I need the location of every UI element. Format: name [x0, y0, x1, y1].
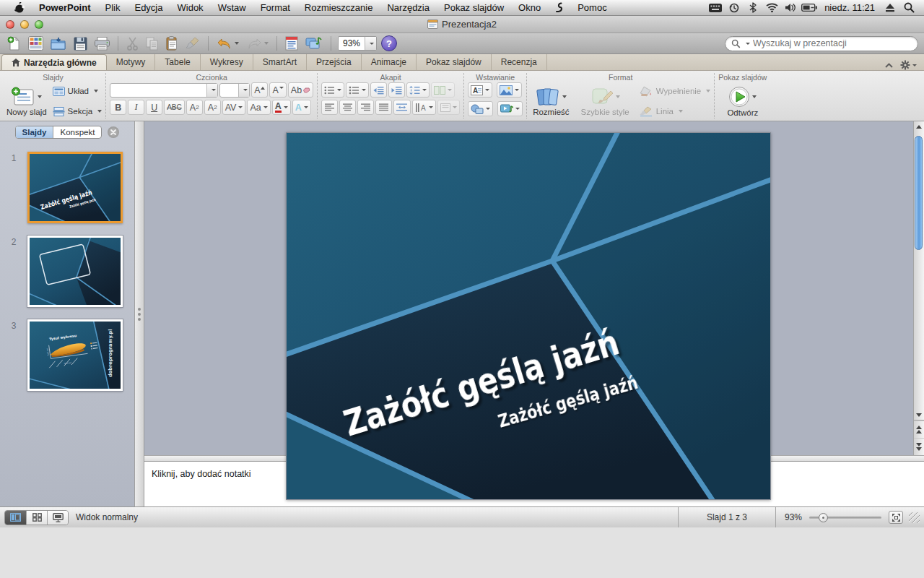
wifi-menu[interactable]: [764, 0, 780, 16]
align-center-button[interactable]: [339, 100, 356, 115]
tab-recenzja[interactable]: Recenzja: [492, 54, 547, 70]
align-text-button[interactable]: [437, 100, 460, 115]
open-button[interactable]: [49, 35, 68, 52]
search-scope-caret[interactable]: [746, 43, 750, 45]
subscript-button[interactable]: A2: [204, 100, 221, 115]
eject-menu[interactable]: [882, 0, 898, 16]
insert-media-button[interactable]: [497, 101, 523, 116]
previous-slide-button[interactable]: [914, 420, 924, 438]
battery-menu[interactable]: [801, 0, 817, 16]
search-input[interactable]: [753, 38, 912, 48]
slide-3-thumbnail[interactable]: Tytuł wykresu Tytuł osi Tytuł osi: [27, 319, 123, 391]
normal-view-button[interactable]: [5, 511, 26, 525]
strikethrough-button[interactable]: ABC: [164, 100, 185, 115]
text-direction-button[interactable]: A: [412, 100, 436, 115]
font-name-combobox[interactable]: [110, 83, 218, 98]
numbering-button[interactable]: [346, 82, 369, 98]
fill-button[interactable]: Wypełnienie: [639, 83, 711, 99]
paste-button[interactable]: [165, 35, 180, 52]
tab-slajdy[interactable]: Slajdy: [16, 126, 53, 138]
ribbon-settings-button[interactable]: [900, 60, 917, 70]
slide-canvas[interactable]: Zażółć gęślą jaźń Zażółć gęślą jaźń: [286, 132, 771, 500]
slide-2-thumbnail[interactable]: [27, 236, 123, 307]
tab-przejscia[interactable]: Przejścia: [307, 54, 362, 70]
change-case-button[interactable]: Aa: [247, 100, 270, 115]
help-button[interactable]: ?: [381, 35, 397, 51]
zoom-slider[interactable]: [809, 517, 881, 519]
character-spacing-button[interactable]: AV: [222, 100, 246, 115]
minimize-window-button[interactable]: [20, 20, 29, 29]
new-from-template-button[interactable]: [27, 35, 45, 52]
tab-narzedzia-glowne[interactable]: Narzędzia główne: [1, 54, 107, 70]
slide-1-thumbnail[interactable]: Zażółć gęślą jaźń Zażółć gęślą jaźń: [27, 152, 123, 223]
menu-pokaz-slajdow[interactable]: Pokaz slajdów: [437, 0, 511, 16]
tab-motywy[interactable]: Motywy: [107, 54, 156, 70]
apple-menu[interactable]: [7, 0, 32, 16]
layout-button[interactable]: Układ: [53, 83, 103, 99]
scroll-down-button[interactable]: [914, 410, 924, 420]
font-size-combobox[interactable]: [219, 83, 250, 98]
line-spacing-button[interactable]: [406, 82, 430, 98]
tab-pokaz-slajdow[interactable]: Pokaz slajdów: [417, 54, 492, 70]
section-button[interactable]: Sekcja: [53, 103, 103, 119]
menu-rozmieszczanie[interactable]: Rozmieszczanie: [297, 0, 380, 16]
spotlight-menu[interactable]: [901, 0, 917, 16]
menu-edycja[interactable]: Edycja: [127, 0, 170, 16]
script-menu[interactable]: [548, 0, 570, 16]
format-painter-button[interactable]: [184, 35, 201, 52]
zoom-slider-knob[interactable]: [819, 513, 828, 522]
redo-button[interactable]: [245, 35, 270, 52]
align-left-button[interactable]: [321, 100, 338, 115]
keyboard-input-menu[interactable]: [707, 0, 723, 16]
menu-narzedzia[interactable]: Narzędzia: [380, 0, 437, 16]
increase-indent-button[interactable]: [388, 82, 405, 98]
insert-shape-button[interactable]: [468, 101, 493, 116]
search-field[interactable]: [725, 36, 918, 51]
show-formatting-button[interactable]: [284, 35, 300, 52]
menu-pomoc[interactable]: Pomoc: [570, 0, 614, 16]
clear-formatting-button[interactable]: Ab: [288, 82, 313, 98]
media-browser-button[interactable]: [304, 35, 324, 52]
new-slide-button[interactable]: Nowy slajd: [4, 86, 49, 117]
shrink-font-button[interactable]: A: [269, 82, 286, 98]
tab-animacje[interactable]: Animacje: [362, 54, 417, 70]
scrollbar-thumb[interactable]: [915, 136, 923, 250]
title-bar[interactable]: Prezentacja2: [0, 16, 924, 33]
zoom-dropdown-button[interactable]: [365, 37, 376, 50]
decrease-indent-button[interactable]: [370, 82, 387, 98]
vertical-scrollbar[interactable]: [913, 121, 924, 455]
menu-powerpoint[interactable]: PowerPoint: [32, 0, 98, 16]
bold-button[interactable]: B: [110, 100, 126, 115]
menu-plik[interactable]: Plik: [98, 0, 128, 16]
play-slideshow-button[interactable]: Odtwórz: [725, 85, 760, 118]
font-color-button[interactable]: A: [272, 100, 291, 115]
menu-clock[interactable]: niedz. 11:21: [820, 2, 879, 13]
text-effects-button[interactable]: A: [292, 100, 311, 115]
italic-button[interactable]: I: [128, 100, 144, 115]
scroll-up-button[interactable]: [914, 121, 924, 131]
print-button[interactable]: [93, 35, 111, 52]
bluetooth-menu[interactable]: [745, 0, 761, 16]
new-presentation-button[interactable]: [6, 35, 22, 52]
copy-button[interactable]: [144, 35, 160, 52]
tab-smartart[interactable]: SmartArt: [253, 54, 307, 70]
grow-font-button[interactable]: A: [251, 82, 268, 98]
sidebar-splitter[interactable]: [134, 121, 144, 506]
collapse-ribbon-chevron-icon[interactable]: [885, 63, 893, 68]
close-panel-button[interactable]: [108, 126, 119, 138]
insert-textbox-button[interactable]: A: [468, 82, 492, 98]
zoom-combobox[interactable]: 93%: [338, 36, 377, 51]
superscript-button[interactable]: A2: [186, 100, 203, 115]
menu-wstaw[interactable]: Wstaw: [211, 0, 253, 16]
menu-okno[interactable]: Okno: [511, 0, 548, 16]
menu-format[interactable]: Format: [253, 0, 297, 16]
arrange-button[interactable]: Rozmieść: [531, 86, 571, 117]
slide-sorter-view-button[interactable]: [26, 511, 47, 525]
tab-konspekt[interactable]: Konspekt: [53, 126, 101, 138]
fit-slide-button[interactable]: [889, 511, 903, 524]
time-machine-menu[interactable]: [726, 0, 742, 16]
line-button[interactable]: Linia: [639, 103, 711, 119]
next-slide-button[interactable]: [914, 438, 924, 455]
insert-picture-button[interactable]: [497, 82, 522, 98]
slideshow-view-button[interactable]: [47, 511, 68, 525]
